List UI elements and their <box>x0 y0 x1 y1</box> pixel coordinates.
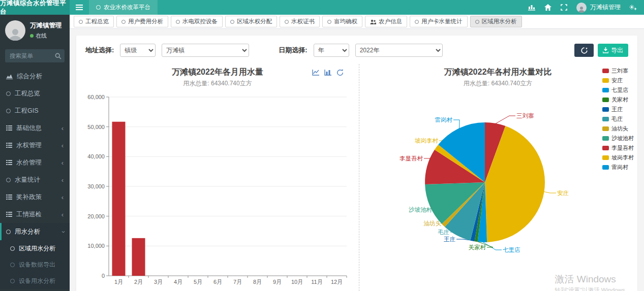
tab-label: 亩均确权 <box>334 18 357 25</box>
search-icon[interactable] <box>55 52 62 61</box>
settings-gears-icon[interactable] <box>629 4 637 11</box>
toggle-line-chart-icon[interactable] <box>312 69 320 78</box>
pie-label: 三刘寨 <box>516 113 534 119</box>
area-chart-icon <box>6 74 13 79</box>
sidebar-username: 万滩镇管理 <box>30 21 62 30</box>
tab-water-rights-certificate[interactable]: 水权证书 <box>280 16 320 27</box>
legend-item-10[interactable]: 雷岗村 <box>602 164 634 171</box>
svg-text:0: 0 <box>102 273 105 279</box>
users-icon <box>370 19 376 24</box>
svg-text:9月: 9月 <box>273 279 282 285</box>
chart-shortcut-icon[interactable] <box>528 4 535 11</box>
legend-item-3[interactable]: 关家村 <box>602 96 634 104</box>
sidebar-item-project-overview[interactable]: 工程总览 <box>0 85 70 102</box>
tab-regional-water-use-analysis[interactable]: 区域用水分析 <box>470 16 522 27</box>
tab-label: 用户费用分析 <box>128 18 163 25</box>
sidebar-subitem-regional-water-use-analysis[interactable]: 区域用水分析 <box>0 240 70 256</box>
legend-swatch <box>602 136 609 141</box>
year-select[interactable]: 2022年 <box>355 44 443 57</box>
circle-icon <box>475 20 479 24</box>
nav-tab-agriculture-platform[interactable]: 农业水价改革平台 <box>89 0 158 15</box>
toggle-bar-chart-icon[interactable] <box>324 69 332 78</box>
tab-user-fee-analysis[interactable]: 用户费用分析 <box>116 16 168 27</box>
sidebar-item-project-gis[interactable]: 工程GIS <box>0 102 70 119</box>
sidebar-menu: 综合分析工程总览工程GIS基础信息‹水权管理‹水价管理‹水量统计‹奖补政策‹工情… <box>0 68 70 291</box>
chevron-left-icon: ‹ <box>62 176 64 184</box>
online-status: 在线 <box>30 32 62 40</box>
svg-text:2月: 2月 <box>134 279 143 285</box>
legend-item-4[interactable]: 王庄 <box>602 106 634 113</box>
svg-text:6月: 6月 <box>213 279 222 285</box>
legend-item-1[interactable]: 安庄 <box>602 77 634 84</box>
legend-item-6[interactable]: 油坊头 <box>602 125 634 133</box>
sidebar-item-subsidy-policy[interactable]: 奖补政策‹ <box>0 188 70 206</box>
refresh-button[interactable] <box>574 44 594 57</box>
sidebar-subitem-device-water-use-analysis[interactable]: 设备用水分析 <box>0 273 70 289</box>
circle-icon <box>121 20 126 24</box>
legend-label: 油坊头 <box>611 125 628 133</box>
restore-icon[interactable] <box>336 69 344 78</box>
region-select[interactable]: 万滩镇 <box>162 44 249 57</box>
pie-label: 王庄 <box>444 236 456 242</box>
circle-icon <box>10 246 15 251</box>
bar-month-2[interactable] <box>132 238 145 276</box>
legend-item-9[interactable]: 坡岗李村 <box>602 154 634 161</box>
list-icon <box>6 160 12 165</box>
chevron-left-icon: ‹ <box>62 159 64 167</box>
sidebar-item-project-inspection[interactable]: 工情巡检‹ <box>0 206 70 223</box>
bar-month-1[interactable] <box>112 122 126 276</box>
sidebar: 万滩镇管理 在线 综合分析工程总览工程GIS基础信息‹水权管理‹水价管理‹水量统… <box>0 15 70 291</box>
export-button[interactable]: 导出 <box>598 44 628 57</box>
main-area: 工程总览用户费用分析水电双控设备区域水权分配水权证书亩均确权农户信息用户卡水量统… <box>70 15 644 291</box>
pie-label: 七里店 <box>503 247 520 253</box>
sidebar-item-label: 工程总览 <box>15 89 40 98</box>
circle-icon <box>96 5 101 10</box>
sidebar-item-water-use-analysis[interactable]: 用水分析‹ <box>0 223 70 240</box>
list-icon <box>6 212 12 217</box>
circle-icon <box>6 178 11 182</box>
sidebar-item-water-rights-mgmt[interactable]: 水权管理‹ <box>0 137 70 154</box>
legend-label: 沙坡池村 <box>611 135 634 142</box>
tab-farmer-info[interactable]: 农户信息 <box>365 16 407 27</box>
svg-text:20,000: 20,000 <box>87 213 105 219</box>
legend-item-5[interactable]: 毛庄 <box>602 115 634 123</box>
chevron-left-icon: ‹ <box>62 211 64 218</box>
tab-regional-water-rights-allocation[interactable]: 区域水权分配 <box>225 16 277 27</box>
legend-item-7[interactable]: 沙坡池村 <box>602 135 634 142</box>
home-icon[interactable] <box>544 4 551 11</box>
user-avatar[interactable] <box>576 3 587 13</box>
sidebar-item-water-volume-stats[interactable]: 水量统计‹ <box>0 171 70 188</box>
sidebar-item-data-monitoring[interactable]: 数据监测‹ <box>0 289 70 291</box>
topbar-username[interactable]: 万滩镇管理 <box>590 3 621 12</box>
sidebar-item-basic-info[interactable]: 基础信息‹ <box>0 119 70 137</box>
list-icon <box>6 195 12 200</box>
legend-item-0[interactable]: 三刘寨 <box>602 67 634 75</box>
legend-swatch <box>602 126 609 131</box>
tab-water-electric-control-device[interactable]: 水电双控设备 <box>171 16 223 27</box>
tab-per-mu-rights-confirmation[interactable]: 亩均确权 <box>322 16 362 27</box>
svg-text:11月: 11月 <box>311 279 322 285</box>
legend-swatch <box>602 165 609 170</box>
region-level-select[interactable]: 镇级 <box>120 44 156 57</box>
tab-user-card-water-stats[interactable]: 用户卡水量统计 <box>410 16 468 27</box>
nav-tab-label: 农业水价改革平台 <box>104 4 150 11</box>
tab-label: 工程总览 <box>85 18 109 25</box>
sidebar-toggle-button[interactable] <box>70 0 89 15</box>
sidebar-subitem-label: 设备用水分析 <box>19 277 55 285</box>
legend-swatch <box>602 78 609 83</box>
svg-text:3月: 3月 <box>154 279 163 285</box>
sidebar-subitem-device-data-export[interactable]: 设备数据导出 <box>0 256 70 273</box>
circle-icon <box>327 20 331 24</box>
legend-item-2[interactable]: 七里店 <box>602 86 634 94</box>
date-unit-select[interactable]: 年 <box>314 44 349 57</box>
sidebar-item-water-price-mgmt[interactable]: 水价管理‹ <box>0 154 70 171</box>
pie-legend: 三刘寨安庄七里店关家村王庄毛庄油坊头沙坡池村李显吾村坡岗李村雷岗村 <box>602 67 634 173</box>
tab-label: 用户卡水量统计 <box>421 18 463 25</box>
sidebar-avatar[interactable] <box>5 20 25 41</box>
fullscreen-icon[interactable] <box>560 4 568 11</box>
circle-icon <box>230 20 234 24</box>
sidebar-item-comprehensive-analysis[interactable]: 综合分析 <box>0 68 70 85</box>
circle-icon <box>79 20 83 24</box>
tab-project-overview[interactable]: 工程总览 <box>74 16 114 27</box>
legend-item-8[interactable]: 李显吾村 <box>602 144 634 152</box>
